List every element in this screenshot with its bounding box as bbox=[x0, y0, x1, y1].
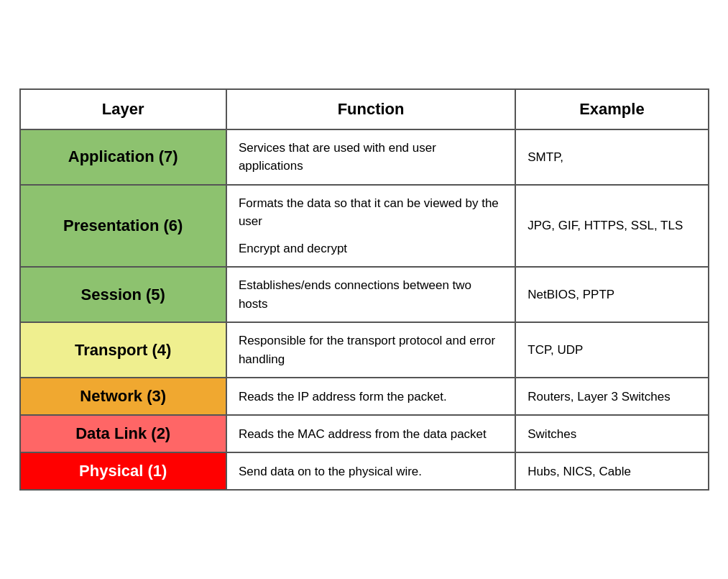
table-row-pres: Presentation (6)Formats the data so that… bbox=[20, 185, 709, 268]
example-cell-sess: NetBIOS, PPTP bbox=[515, 267, 708, 322]
table-row-trans: Transport (4)Responsible for the transpo… bbox=[20, 322, 709, 378]
layer-cell-sess: Session (5) bbox=[20, 267, 226, 322]
table-row-phys: Physical (1)Send data on to the physical… bbox=[20, 452, 709, 490]
page-wrapper: Layer Function Example Application (7)Se… bbox=[0, 0, 728, 579]
header-layer: Layer bbox=[20, 89, 226, 129]
example-cell-trans: TCP, UDP bbox=[515, 322, 708, 378]
layer-cell-pres: Presentation (6) bbox=[20, 185, 226, 268]
function-cell-pres: Formats the data so that it can be viewe… bbox=[226, 185, 515, 268]
example-cell-app: SMTP, bbox=[515, 129, 708, 185]
table-row-app: Application (7)Services that are used wi… bbox=[20, 129, 709, 185]
table-row-net: Network (3)Reads the IP address form the… bbox=[20, 378, 709, 415]
example-cell-pres: JPG, GIF, HTTPS, SSL, TLS bbox=[515, 185, 708, 268]
header-function: Function bbox=[226, 89, 515, 129]
layer-cell-data: Data Link (2) bbox=[20, 415, 226, 452]
function-cell-app: Services that are used with end user app… bbox=[226, 129, 515, 185]
table-row-sess: Session (5)Establishes/ends connections … bbox=[20, 267, 709, 322]
header-row: Layer Function Example bbox=[20, 89, 709, 129]
header-example: Example bbox=[515, 89, 708, 129]
layer-cell-phys: Physical (1) bbox=[20, 452, 226, 490]
example-cell-phys: Hubs, NICS, Cable bbox=[515, 452, 708, 490]
osi-table: Layer Function Example Application (7)Se… bbox=[19, 88, 709, 491]
table-row-data: Data Link (2)Reads the MAC address from … bbox=[20, 415, 709, 452]
function-cell-net: Reads the IP address form the packet. bbox=[226, 378, 515, 415]
function-cell-sess: Establishes/ends connections between two… bbox=[226, 267, 515, 322]
function-cell-data: Reads the MAC address from the data pack… bbox=[226, 415, 515, 452]
layer-cell-app: Application (7) bbox=[20, 129, 226, 185]
function-cell-phys: Send data on to the physical wire. bbox=[226, 452, 515, 490]
layer-cell-trans: Transport (4) bbox=[20, 322, 226, 378]
example-cell-net: Routers, Layer 3 Switches bbox=[515, 378, 708, 415]
function-cell-trans: Responsible for the transport protocol a… bbox=[226, 322, 515, 378]
layer-cell-net: Network (3) bbox=[20, 378, 226, 415]
example-cell-data: Switches bbox=[515, 415, 708, 452]
